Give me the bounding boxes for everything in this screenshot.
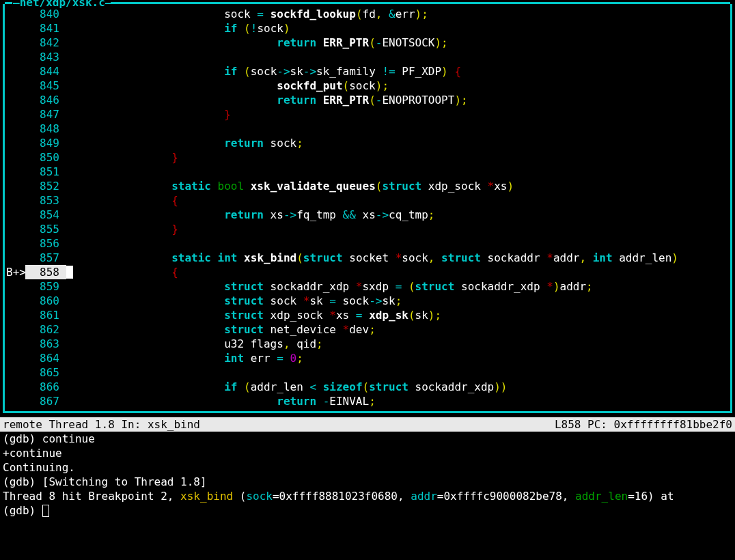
breakpoint-marker [5,222,25,236]
console-line: +continue [3,446,732,460]
code [66,365,730,380]
code: u32 flags, qid; [66,337,730,351]
source-line[interactable]: 841 if (!sock) [5,21,730,36]
source-line[interactable]: 867 return -EINVAL; [5,394,730,408]
line-number: 845 [25,79,66,93]
source-line[interactable]: 845 sockfd_put(sock); [5,79,730,93]
code: if (addr_len < sizeof(struct sockaddr_xd… [66,380,730,394]
source-line[interactable]: 850 } [5,150,730,165]
source-line[interactable]: 853 { [5,193,730,208]
source-line[interactable]: 848 [5,122,730,136]
breakpoint-marker [5,394,25,408]
code: return ERR_PTR(-ENOTSOCK); [66,36,730,50]
source-line[interactable]: 863 u32 flags, qid; [5,337,730,351]
source-line[interactable]: 843 [5,50,730,64]
line-number: 849 [25,136,66,150]
source-body[interactable]: 840 sock = sockfd_lookup(fd, &err);841 i… [5,4,730,411]
code: sockfd_put(sock); [66,79,730,93]
breakpoint-marker [5,279,25,294]
breakpoint-marker [5,322,25,337]
code: static bool xsk_validate_queues(struct x… [66,179,730,193]
breakpoint-marker [5,21,25,36]
line-number: 860 [25,294,66,308]
source-line[interactable]: 861 struct xdp_sock *xs = xdp_sk(sk); [5,308,730,322]
code: if (sock->sk->sk_family != PF_XDP) { [66,64,730,79]
cursor [42,505,49,517]
breakpoint-marker [5,50,25,64]
source-line[interactable]: 855 } [5,222,730,236]
code: int err = 0; [66,351,730,365]
code: sock = sockfd_lookup(fd, &err); [66,7,730,21]
code: return xs->fq_tmp && xs->cq_tmp; [66,208,730,222]
line-number: 848 [25,122,66,136]
code: return ERR_PTR(-ENOPROTOOPT); [66,93,730,107]
breakpoint-marker [5,150,25,165]
code: } [66,150,730,165]
breakpoint-marker [5,337,25,351]
line-number: 862 [25,322,66,337]
source-line[interactable]: 860 struct sock *sk = sock->sk; [5,294,730,308]
line-number: 864 [25,351,66,365]
source-line[interactable]: 844 if (sock->sk->sk_family != PF_XDP) { [5,64,730,79]
breakpoint-marker [5,193,25,208]
code [66,236,730,251]
line-number: 867 [25,394,66,408]
code: struct sockaddr_xdp *sxdp = (struct sock… [66,279,730,294]
source-line[interactable]: 866 if (addr_len < sizeof(struct sockadd… [5,380,730,394]
source-title: net/xdp/xsk.c [13,0,112,10]
source-line[interactable]: 840 sock = sockfd_lookup(fd, &err); [5,7,730,21]
code: struct xdp_sock *xs = xdp_sk(sk); [66,308,730,322]
line-number: 847 [25,107,66,122]
breakpoint-marker [5,107,25,122]
source-line[interactable]: 854 return xs->fq_tmp && xs->cq_tmp; [5,208,730,222]
breakpoint-marker [5,122,25,136]
breakpoint-marker [5,365,25,380]
source-line[interactable]: 852 static bool xsk_validate_queues(stru… [5,179,730,193]
code: } [66,107,730,122]
gdb-console[interactable]: (gdb) continue+continueContinuing.(gdb) … [0,432,735,518]
breakpoint-marker [5,308,25,322]
line-number: 855 [25,222,66,236]
breakpoint-marker [5,136,25,150]
line-number: 841 [25,21,66,36]
line-number: 851 [25,165,66,179]
breakpoint-marker [5,208,25,222]
line-number: 842 [25,36,66,50]
source-line[interactable]: 862 struct net_device *dev; [5,322,730,337]
code: struct sock *sk = sock->sk; [66,294,730,308]
line-number: 866 [25,380,66,394]
source-line[interactable]: 849 return sock; [5,136,730,150]
breakpoint-marker [5,64,25,79]
breakpoint-marker [5,251,25,265]
source-line[interactable]: 864 int err = 0; [5,351,730,365]
source-line[interactable]: 865 [5,365,730,380]
status-left: remote Thread 1.8 In: xsk_bind [3,417,555,432]
console-line: Continuing. [3,460,732,475]
breakpoint-marker [5,380,25,394]
code: return sock; [66,136,730,150]
breakpoint-marker [5,351,25,365]
breakpoint-marker [5,79,25,93]
line-number: 861 [25,308,66,322]
console-line: (gdb) [Switching to Thread 1.8] [3,475,732,489]
code: static int xsk_bind(struct socket *sock,… [66,251,730,265]
code [66,165,730,179]
source-line[interactable]: B+>858 { [5,265,730,279]
line-number: 850 [25,150,66,165]
line-number: 859 [25,279,66,294]
line-number: 865 [25,365,66,380]
source-line[interactable]: 847 } [5,107,730,122]
console-line: (gdb) continue [3,432,732,446]
source-line[interactable]: 851 [5,165,730,179]
source-line[interactable]: 856 [5,236,730,251]
breakpoint-marker [5,36,25,50]
line-number: 852 [25,179,66,193]
source-line[interactable]: 846 return ERR_PTR(-ENOPROTOOPT); [5,93,730,107]
code: if (!sock) [66,21,730,36]
source-line[interactable]: 842 return ERR_PTR(-ENOTSOCK); [5,36,730,50]
breakpoint-marker [5,236,25,251]
console-line: (gdb) [3,503,732,518]
source-line[interactable]: 857 static int xsk_bind(struct socket *s… [5,251,730,265]
source-line[interactable]: 859 struct sockaddr_xdp *sxdp = (struct … [5,279,730,294]
line-number: 863 [25,337,66,351]
